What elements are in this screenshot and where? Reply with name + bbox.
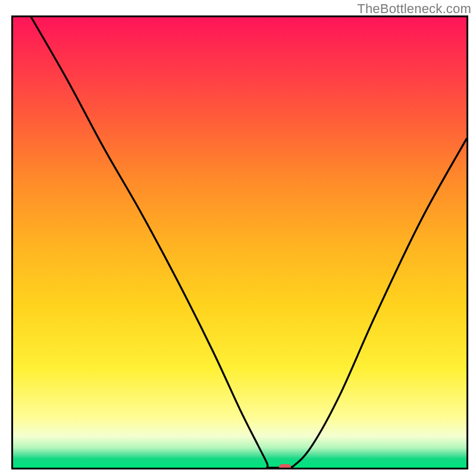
- watermark-text: TheBottleneck.com: [357, 1, 471, 17]
- chart-panel: [11, 15, 468, 469]
- bottleneck-curve: [13, 17, 466, 468]
- optimal-marker: [279, 464, 291, 469]
